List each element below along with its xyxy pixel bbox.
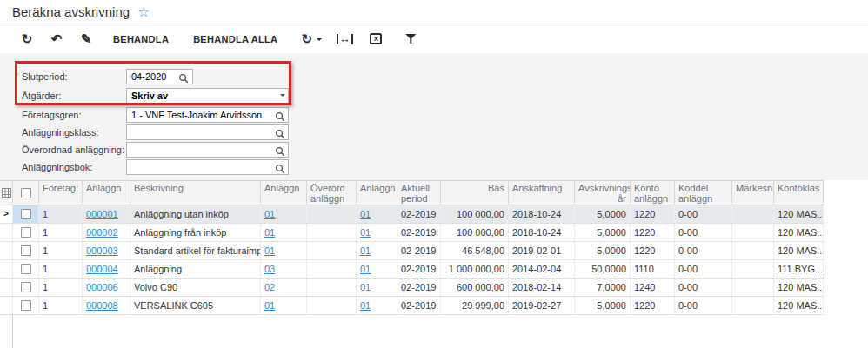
column-header-marke[interactable]: Märkesnu — [732, 181, 774, 205]
cell-asset: 000008 — [83, 297, 130, 314]
row-checkbox[interactable] — [13, 279, 39, 296]
cell-marke — [732, 260, 774, 278]
cell-asset_class: 01 — [261, 224, 307, 241]
process-button[interactable]: BEHANDLA — [101, 28, 181, 50]
link-asset_class[interactable]: 01 — [264, 245, 275, 256]
row-checkbox[interactable] — [13, 224, 39, 241]
cell-company: 1 — [39, 260, 83, 278]
cell-konto: 1220 — [631, 224, 675, 241]
link-asset_class[interactable]: 01 — [264, 209, 275, 219]
link-book[interactable]: 01 — [360, 209, 371, 219]
undo-button[interactable]: ↶ — [42, 28, 71, 50]
cell-marke — [732, 297, 774, 314]
cell-acquisition_date: 2018-10-24 — [509, 205, 575, 223]
link-book[interactable]: 01 — [360, 264, 371, 274]
row-indicator: > — [0, 205, 13, 223]
cell-bas: 600 000,00 — [441, 279, 509, 296]
cell-bas: 100 000,00 — [441, 205, 509, 223]
row-checkbox[interactable] — [13, 260, 39, 278]
cell-company: 1 — [39, 242, 83, 259]
column-header-konto[interactable]: Konto anläggn — [631, 181, 675, 205]
foretagsgren-input[interactable]: 1 - VNF Test-Joakim Arvidsson — [126, 107, 289, 123]
column-header-bas[interactable]: Bas — [441, 181, 509, 205]
cell-bas: 100 000,00 — [441, 224, 509, 241]
anlaggningsklass-input[interactable] — [126, 124, 289, 140]
column-header-koddel[interactable]: Koddel anläggn — [675, 181, 732, 205]
cell-koddel: 0-00 — [675, 297, 732, 314]
search-icon[interactable] — [275, 110, 285, 125]
cell-parent_asset — [307, 297, 357, 314]
link-asset_class[interactable]: 01 — [264, 300, 275, 311]
column-header-acquisition_date[interactable]: Anskaffning — [509, 181, 575, 205]
table-row[interactable]: >1000001Anläggning utan inköp010102-2019… — [0, 205, 824, 224]
link-asset_class[interactable]: 01 — [264, 227, 275, 238]
table-row[interactable]: 1000002Anläggning från inköp010102-20191… — [0, 224, 824, 242]
refresh-icon: ↻ — [302, 32, 313, 45]
select-all-checkbox[interactable] — [13, 181, 39, 205]
search-icon[interactable] — [275, 162, 285, 178]
cell-description: VERSALINK C605 — [130, 297, 261, 314]
cell-asset_class: 01 — [261, 205, 307, 223]
cell-marke — [732, 205, 774, 223]
row-checkbox[interactable] — [13, 242, 39, 259]
table-row[interactable]: 1000008VERSALINK C605010102-201929 999,0… — [0, 297, 824, 315]
table-row[interactable]: 1000003Standard artikel för fakturaimpo.… — [0, 242, 824, 260]
table-row[interactable]: 1000004Anläggning030102-20191 000 000,00… — [0, 260, 824, 279]
edit-button[interactable]: ✎ — [71, 28, 101, 50]
cell-period: 02-2019 — [397, 260, 441, 278]
grid-settings-icon — [2, 188, 11, 198]
process-all-button[interactable]: BEHANDLA ALLA — [181, 28, 290, 50]
link-asset_class[interactable]: 03 — [264, 264, 275, 274]
cell-bas: 1 000 000,00 — [441, 260, 509, 278]
link-asset[interactable]: 000006 — [86, 282, 118, 292]
search-icon[interactable] — [178, 71, 189, 87]
link-asset_class[interactable]: 02 — [264, 282, 275, 292]
favorite-star-icon[interactable]: ☆ — [137, 5, 150, 19]
cell-acquisition_date: 2019-02-27 — [509, 297, 575, 314]
cell-asset_class: 03 — [261, 260, 307, 278]
column-header-book[interactable]: Anläggn — [357, 181, 397, 205]
column-header-parent_asset[interactable]: Överord anläggn — [307, 181, 357, 205]
app-window: Beräkna avskrivning ☆ ↻ ↶ ✎ BEHANDLA BEH… — [0, 0, 868, 356]
cell-kontoklass: 120 MAS... — [774, 297, 824, 314]
refresh-dropdown-button[interactable]: ↻ — [297, 28, 326, 50]
link-asset[interactable]: 000004 — [86, 264, 118, 274]
link-book[interactable]: 01 — [360, 227, 371, 238]
search-icon[interactable] — [275, 144, 285, 160]
link-book[interactable]: 01 — [360, 300, 371, 311]
link-book[interactable]: 01 — [360, 245, 371, 256]
atgarder-select[interactable]: Skriv av — [126, 88, 289, 104]
table-row[interactable]: 1000006Volvo C90020102-2019600 000,00201… — [0, 279, 824, 297]
row-checkbox[interactable] — [13, 205, 39, 223]
link-asset[interactable]: 000001 — [86, 209, 118, 219]
cell-asset: 000002 — [83, 224, 130, 241]
column-header-depreciation_years[interactable]: Avskrivnings år — [575, 181, 631, 205]
slutperiod-label: Slutperiod: — [22, 69, 68, 84]
column-header-period[interactable]: Aktuell period — [397, 181, 441, 205]
column-header-company[interactable]: Företag: — [39, 181, 83, 205]
cell-period: 02-2019 — [397, 279, 441, 296]
link-asset[interactable]: 000003 — [86, 245, 118, 256]
column-header-description[interactable]: Beskrivning — [130, 181, 261, 205]
chevron-down-icon[interactable] — [280, 94, 285, 99]
overordnad-anlaggning-input[interactable] — [126, 142, 289, 158]
column-header-asset_class[interactable]: Anläggn — [261, 181, 307, 205]
column-header-kontoklass[interactable]: Kontoklas — [774, 181, 824, 205]
column-header-asset[interactable]: Anläggn — [83, 181, 130, 205]
refresh-button[interactable]: ↻ — [12, 28, 42, 50]
link-asset[interactable]: 000002 — [86, 227, 118, 238]
fit-width-button[interactable]: ↔ — [330, 28, 359, 50]
grid-settings-button[interactable] — [0, 181, 13, 205]
filter-button[interactable] — [396, 28, 425, 50]
title-bar: Beräkna avskrivning ☆ — [0, 0, 868, 24]
link-book[interactable]: 01 — [360, 282, 371, 292]
row-checkbox[interactable] — [13, 297, 39, 314]
export-excel-button[interactable]: X — [361, 28, 391, 50]
cell-description: Standard artikel för fakturaimpo... — [130, 242, 261, 259]
anlaggningsbok-input[interactable] — [126, 159, 289, 175]
row-indicator — [0, 260, 13, 278]
cell-description: Volvo C90 — [130, 279, 261, 296]
link-asset[interactable]: 000008 — [86, 300, 118, 311]
search-icon[interactable] — [275, 127, 285, 143]
cell-company: 1 — [39, 205, 83, 223]
